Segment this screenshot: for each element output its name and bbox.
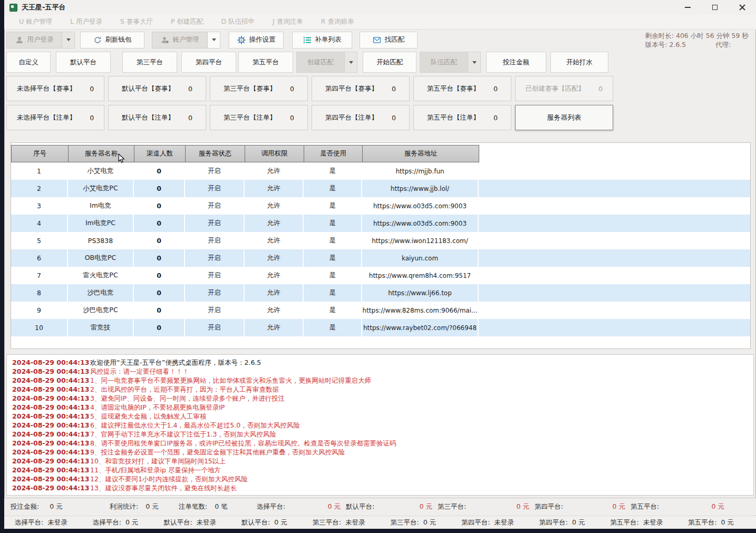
- server-list-button[interactable]: 服务器列表: [515, 105, 613, 130]
- counter-button[interactable]: 第四平台【注单】 0: [312, 105, 410, 130]
- log-timestamp: 2024-08-29 00:44:13: [12, 466, 90, 474]
- counter-button[interactable]: 第五平台【赛事】 0: [413, 76, 511, 101]
- menu-item[interactable]: P 创建匹配: [171, 17, 203, 26]
- table-row[interactable]: 4 Im电竞PC 0 开启 允许 是 https://www.o03d5.com…: [11, 215, 750, 232]
- cell-server-status: 开启: [185, 162, 245, 180]
- counter-button[interactable]: 第三平台【赛事】 0: [210, 76, 308, 101]
- toolbar: 用户登录 刷新钱包 账户管理 操作设置 补单列表 找匹配 剩余时长:: [4, 29, 756, 51]
- bet-amount-button[interactable]: 投注金额: [486, 52, 546, 73]
- table-row[interactable]: 7 雷火电竞PC 0 开启 允许 是 https://www.qrem8h4.c…: [11, 267, 750, 284]
- counter-button[interactable]: 默认平台【注单】 0: [108, 105, 206, 130]
- table-row[interactable]: 1 小艾电竞 0 开启 允许 是 https://mjjb.fun: [11, 162, 750, 180]
- supplement-list-button[interactable]: 补单列表: [292, 32, 352, 49]
- cell-call-permission: 允许: [245, 162, 304, 180]
- log-timestamp: 2024-08-29 00:44:13: [12, 403, 90, 412]
- agent-label: 代理:: [715, 41, 731, 49]
- tab-fifth-platform[interactable]: 第五平台: [238, 52, 293, 73]
- chevron-down-icon: [472, 61, 477, 64]
- counter-button[interactable]: 未选择平台【赛事】 0: [6, 76, 104, 101]
- close-button[interactable]: [729, 0, 756, 15]
- tab-fourth-platform[interactable]: 第四平台: [181, 52, 236, 73]
- column-header[interactable]: 服务器状态: [185, 145, 245, 162]
- counter-button[interactable]: 第三平台【注单】 0: [210, 105, 308, 130]
- log-entry: 2024-08-29 00:44:13 欢迎使用“天王星-五平台”便携式桌面程序…: [12, 358, 753, 367]
- start-water-button[interactable]: 开始打水: [550, 52, 608, 73]
- start-match-button[interactable]: 开始匹配: [363, 52, 416, 73]
- menu-item[interactable]: R 查询赔率: [321, 17, 354, 26]
- table-row[interactable]: 5 PS3838 0 开启 允许 是 https://www.iwon12118…: [11, 232, 750, 249]
- cell-in-use: 是: [304, 162, 362, 180]
- table-row[interactable]: 3 Im电竞 0 开启 允许 是 https://www.o03d5.com:9…: [11, 197, 750, 215]
- status-value: 未登录: [643, 518, 663, 527]
- cell-channel-count: 0: [134, 319, 185, 336]
- counter-button[interactable]: 默认平台【赛事】 0: [108, 76, 206, 101]
- log-message: 13、建议没赛事尽量关闭软件，避免在线时长超长: [90, 483, 237, 492]
- cell-filler: [479, 267, 750, 284]
- menu-item[interactable]: D 队伍招申: [221, 17, 255, 26]
- team-match-dropdown[interactable]: [468, 52, 481, 73]
- tab-custom[interactable]: 自定义: [6, 52, 51, 73]
- account-manage-button[interactable]: 账户管理: [152, 32, 208, 49]
- maximize-icon: [712, 5, 718, 10]
- table-row[interactable]: 10 雷竞技 0 开启 允许 是 https://www.raybet02.co…: [11, 319, 750, 336]
- log-timestamp: 2024-08-29 00:44:13: [12, 474, 90, 483]
- maximize-button[interactable]: [701, 0, 729, 15]
- cell-filler: [479, 180, 750, 197]
- menu-item[interactable]: J 查询注单: [273, 17, 303, 26]
- tab-default-platform[interactable]: 默认平台: [56, 52, 111, 73]
- counter-button[interactable]: 第四平台【赛事】 0: [312, 76, 410, 101]
- menu-bar: U 账户管理L 用户登录S 赛事大厅P 创建匹配D 队伍招申J 查询注单R 查询…: [4, 15, 756, 30]
- counter-button[interactable]: 已创建赛事【匹配】 0: [515, 76, 613, 101]
- status-value: 0 元: [572, 518, 585, 527]
- operation-settings-button[interactable]: 操作设置: [229, 32, 284, 49]
- status-label: 选择平台:: [15, 518, 43, 527]
- account-manage-dropdown[interactable]: [208, 32, 220, 49]
- cell-channel-count: 0: [134, 180, 185, 197]
- cell-in-use: 是: [304, 284, 362, 302]
- table-row[interactable]: 2 小艾电竞PC 0 开启 允许 是 https://www.jjb.lol/: [11, 180, 750, 197]
- counter-button[interactable]: 第五平台【注单】 0: [413, 105, 511, 130]
- status-value: 0 元: [613, 502, 625, 511]
- column-header[interactable]: 调用权限: [245, 145, 304, 162]
- table-row[interactable]: 8 沙巴电竞 0 开启 允许 是 https://www.lj66.top: [11, 284, 750, 302]
- status-label: 选择平台:: [257, 502, 285, 511]
- log-message: 9、投注金额务必设置一个范围，避免固定金额下注和其他账户重叠，否则加大风控风险: [90, 448, 345, 457]
- cell-server-address: https://www.jjb.lol/: [362, 180, 479, 197]
- cell-server-name: Im电竞: [68, 197, 134, 215]
- menu-item[interactable]: S 赛事大厅: [120, 17, 153, 26]
- user-login-dropdown[interactable]: [62, 32, 75, 49]
- status-value: 未登录: [47, 518, 67, 527]
- column-header[interactable]: 渠道人数: [134, 145, 186, 162]
- user-login-button[interactable]: 用户登录: [6, 32, 62, 49]
- cell-server-status: 开启: [185, 197, 245, 215]
- cell-in-use: 是: [304, 180, 362, 197]
- column-header[interactable]: 序号: [11, 145, 69, 162]
- counter-button[interactable]: 未选择平台【注单】 0: [6, 105, 104, 130]
- table-row[interactable]: 9 沙巴电竞PC 0 开启 允许 是 https://www.828ms.com…: [11, 302, 750, 319]
- log-entry: 2024-08-29 00:44:13 1、同一电竞赛事平台不要频繁更换网站，比…: [12, 376, 753, 385]
- chevron-down-icon: [66, 38, 71, 41]
- status-item: 默认平台: 未登录: [163, 518, 216, 527]
- cell-filler: [479, 232, 750, 249]
- log-timestamp: 2024-08-29 00:44:13: [12, 448, 90, 457]
- find-match-button[interactable]: 找匹配: [360, 32, 418, 49]
- create-match-button[interactable]: 创建匹配: [296, 52, 345, 73]
- minimize-button[interactable]: [674, 0, 701, 15]
- column-header[interactable]: 服务器地址: [362, 145, 479, 162]
- create-match-dropdown[interactable]: [345, 52, 357, 73]
- menu-item[interactable]: L 用户登录: [70, 17, 102, 26]
- cell-filler: [479, 302, 750, 319]
- log-timestamp: 2024-08-29 00:44:13: [12, 394, 90, 403]
- status-value: 0 元: [274, 518, 287, 527]
- status-item: 第四平台: 0 元: [535, 502, 631, 511]
- log-panel[interactable]: 2024-08-29 00:44:13 欢迎使用“天王星-五平台”便携式桌面程序…: [6, 354, 754, 496]
- cell-call-permission: 允许: [245, 302, 304, 319]
- tab-third-platform[interactable]: 第三平台: [122, 52, 177, 73]
- column-header[interactable]: 是否使用: [304, 145, 363, 162]
- table-row[interactable]: 6 OB电竞PC 0 开启 允许 是 kaiyun.com: [11, 249, 750, 267]
- team-match-button[interactable]: 队伍匹配: [420, 52, 468, 73]
- refresh-wallet-button[interactable]: 刷新钱包: [80, 32, 144, 49]
- cell-server-name: PS3838: [68, 232, 134, 249]
- app-icon: [9, 4, 17, 12]
- menu-item[interactable]: U 账户管理: [19, 17, 52, 26]
